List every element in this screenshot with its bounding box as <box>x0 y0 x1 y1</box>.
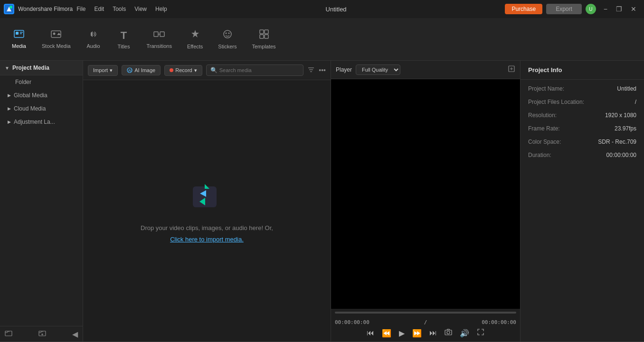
menu-view[interactable]: View <box>134 6 147 12</box>
current-time: 00:00:00:00 <box>335 319 369 325</box>
audio-label: Audio <box>86 43 100 49</box>
step-forward-button[interactable]: ⏩ <box>410 328 424 339</box>
resolution-label: Resolution: <box>528 112 557 119</box>
import-link[interactable]: Click here to import media. <box>170 236 244 243</box>
skip-back-button[interactable]: ⏮ <box>365 328 376 338</box>
app-logo <box>4 4 14 14</box>
info-row-name: Project Name: Untitled <box>528 85 636 92</box>
tool-stock-media[interactable]: Stock Media <box>35 27 77 52</box>
svg-point-13 <box>228 33 229 34</box>
svg-rect-14 <box>260 30 264 34</box>
window-title: Untitled <box>326 6 347 13</box>
info-row-framerate: Frame Rate: 23.97fps <box>528 125 636 132</box>
sidebar-item-cloud-media[interactable]: ▶ Cloud Media <box>0 102 83 115</box>
audio-icon <box>89 29 98 41</box>
sidebar-item-adjustment-layer[interactable]: ▶ Adjustment La... <box>0 115 83 129</box>
global-media-label: Global Media <box>14 92 47 99</box>
svg-rect-4 <box>16 32 19 35</box>
menu-bar: File Edit Tools View Help <box>76 6 167 12</box>
tool-titles[interactable]: T Titles <box>110 27 138 52</box>
effects-icon <box>190 29 200 42</box>
media-toolbar: Import ▾ AI AI Image Record ▾ 🔍 ••• <box>83 61 331 80</box>
framerate-value: 23.97fps <box>615 125 636 132</box>
filter-button[interactable] <box>307 66 315 75</box>
minimize-button[interactable]: − <box>600 4 611 14</box>
media-icon <box>13 29 25 41</box>
sidebar-item-folder[interactable]: Folder <box>0 75 83 89</box>
svg-point-33 <box>447 331 450 334</box>
tool-templates[interactable]: Templates <box>245 26 282 52</box>
templates-label: Templates <box>252 44 275 49</box>
menu-edit[interactable]: Edit <box>95 6 104 12</box>
stickers-icon <box>222 29 233 42</box>
volume-button[interactable]: 🔊 <box>458 328 471 339</box>
project-location-label: Project Files Location: <box>528 99 584 105</box>
player-settings-button[interactable] <box>508 65 515 74</box>
tool-stickers[interactable]: Stickers <box>211 26 243 52</box>
search-icon: 🔍 <box>210 67 218 74</box>
snapshot-button[interactable] <box>443 327 454 339</box>
main-toolbar: Media Stock Media Audio T Titles Transit… <box>0 18 644 61</box>
collapse-panel-button[interactable]: ◀ <box>72 330 78 339</box>
tool-audio[interactable]: Audio <box>79 27 108 52</box>
project-info-table: Project Name: Untitled Project Files Loc… <box>521 80 644 164</box>
main-layout: ▼ Project Media Folder ▶ Global Media ▶ … <box>0 61 644 342</box>
avatar: U <box>586 4 596 14</box>
time-display: 00:00:00:00 / 00:00:00:00 <box>335 319 516 325</box>
import-button[interactable]: Import ▾ <box>88 65 118 76</box>
new-folder-button[interactable] <box>38 329 46 339</box>
quality-select[interactable]: Full Quality <box>356 65 400 75</box>
panel-items: Folder ▶ Global Media ▶ Cloud Media ▶ Ad… <box>0 75 83 326</box>
fullscreen-button[interactable] <box>475 327 486 339</box>
skip-forward-button[interactable]: ⏭ <box>427 328 439 338</box>
search-input[interactable] <box>219 67 300 73</box>
titles-icon: T <box>121 29 127 42</box>
step-back-button[interactable]: ⏪ <box>380 328 393 339</box>
media-label: Media <box>12 43 26 49</box>
menu-tools[interactable]: Tools <box>113 6 126 12</box>
restore-button[interactable]: ❐ <box>612 4 626 14</box>
add-folder-button[interactable] <box>5 329 12 339</box>
cloud-media-arrow: ▶ <box>8 106 11 111</box>
stickers-label: Stickers <box>218 44 237 49</box>
stock-media-label: Stock Media <box>42 43 71 49</box>
import-label: Import <box>93 67 108 73</box>
play-button[interactable]: ▶ <box>397 328 407 339</box>
menu-file[interactable]: File <box>76 6 85 12</box>
close-button[interactable]: ✕ <box>627 4 640 14</box>
player-screen <box>331 79 520 309</box>
export-button[interactable]: Export <box>546 4 582 14</box>
effects-label: Effects <box>187 44 203 49</box>
record-chevron-icon: ▾ <box>194 67 197 74</box>
colorspace-value: SDR - Rec.709 <box>598 139 636 145</box>
menu-help[interactable]: Help <box>155 6 167 12</box>
right-panel: Project Info Project Name: Untitled Proj… <box>521 61 644 342</box>
playback-controls: ⏮ ⏪ ▶ ⏩ ⏭ 🔊 <box>335 327 516 339</box>
tool-media[interactable]: Media <box>5 27 33 52</box>
info-row-duration: Duration: 00:00:00:00 <box>528 152 636 158</box>
drop-main-text: Drop your video clips, images, or audio … <box>141 224 273 231</box>
record-dot-icon <box>170 68 173 72</box>
drop-zone-text: Drop your video clips, images, or audio … <box>141 222 273 245</box>
record-label: Record <box>175 67 192 73</box>
record-button[interactable]: Record ▾ <box>164 65 202 76</box>
total-time: 00:00:00:00 <box>482 319 516 325</box>
transitions-icon <box>153 29 165 41</box>
svg-point-11 <box>224 30 231 38</box>
global-media-arrow: ▶ <box>8 93 11 98</box>
tool-effects[interactable]: Effects <box>180 26 209 52</box>
adjustment-label: Adjustment La... <box>14 119 55 125</box>
framerate-label: Frame Rate: <box>528 125 560 132</box>
app-name: Wondershare Filmora <box>18 6 73 12</box>
info-row-resolution: Resolution: 1920 x 1080 <box>528 112 636 119</box>
search-box: 🔍 <box>206 65 304 76</box>
more-options-button[interactable]: ••• <box>319 66 326 74</box>
sidebar-item-global-media[interactable]: ▶ Global Media <box>0 89 83 102</box>
panel-arrow-icon: ▼ <box>5 65 9 71</box>
progress-bar[interactable] <box>335 312 516 314</box>
folder-label: Folder <box>15 79 31 85</box>
ai-image-button[interactable]: AI AI Image <box>122 65 161 75</box>
tool-transitions[interactable]: Transitions <box>140 27 179 52</box>
purchase-button[interactable]: Purchase <box>505 4 542 14</box>
ai-image-label: AI Image <box>134 67 155 73</box>
